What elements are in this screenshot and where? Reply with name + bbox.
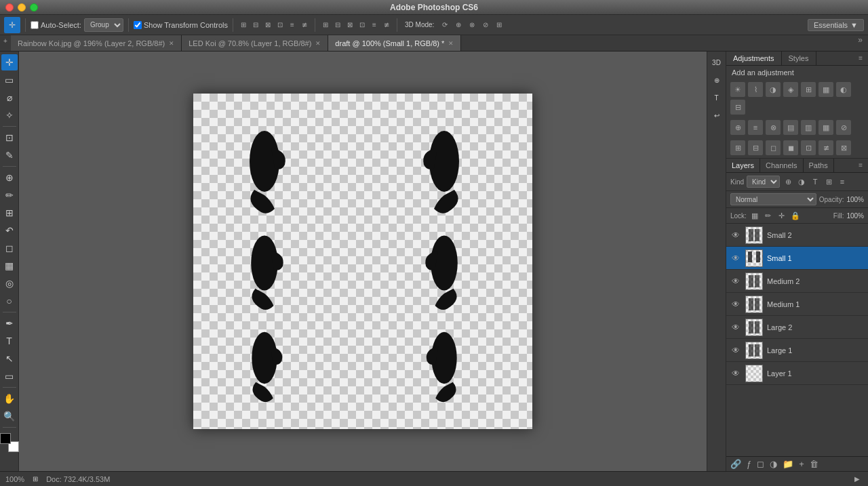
- dist-middle-icon[interactable]: ≡: [369, 20, 380, 31]
- layer-filter-icon4[interactable]: ⊞: [823, 176, 834, 187]
- 3d-tool-4[interactable]: ↩: [709, 107, 725, 123]
- dist-right-icon[interactable]: ⊠: [344, 20, 355, 31]
- brush-tool[interactable]: ✏: [1, 187, 18, 203]
- layers-tab[interactable]: Layers: [726, 159, 760, 172]
- tab-draft[interactable]: draft @ 100% (Small 1, RGB/8) * ✕: [328, 35, 461, 51]
- layer-visibility-icon[interactable]: 👁: [730, 345, 741, 356]
- tab-close-2[interactable]: ✕: [315, 40, 321, 47]
- posterize-adj-icon[interactable]: ▤: [783, 120, 798, 135]
- main-canvas[interactable]: [193, 94, 532, 429]
- path-select-tool[interactable]: ↖: [1, 350, 18, 367]
- shape-tool[interactable]: ▭: [1, 368, 18, 384]
- magic-wand-tool[interactable]: ✧: [1, 107, 18, 123]
- align-right-icon[interactable]: ⊠: [262, 20, 273, 31]
- history-brush-tool[interactable]: ↶: [1, 222, 18, 239]
- vibrance-adj-icon[interactable]: ◈: [783, 82, 798, 97]
- dist-left-icon[interactable]: ⊞: [320, 20, 331, 31]
- layer-filter-icon1[interactable]: ⊕: [783, 176, 793, 187]
- channels-tab[interactable]: Channels: [760, 159, 803, 172]
- adj-icon-extra1[interactable]: ◻: [766, 140, 781, 155]
- layer-adj-icon[interactable]: ◑: [770, 459, 777, 469]
- color-swatches[interactable]: [0, 433, 19, 452]
- lock-position-icon[interactable]: ✛: [776, 210, 787, 221]
- eraser-tool[interactable]: ◻: [1, 240, 18, 256]
- foreground-color-swatch[interactable]: [0, 433, 11, 444]
- essentials-dropdown[interactable]: Essentials ▼: [808, 19, 864, 31]
- tab-close-3[interactable]: ✕: [448, 40, 454, 47]
- zoom-fit-icon[interactable]: ⊞: [30, 474, 41, 485]
- 3d-slide-icon[interactable]: ⊞: [494, 20, 505, 31]
- adj-icon-extra4[interactable]: ≢: [818, 140, 833, 155]
- paths-tab[interactable]: Paths: [804, 159, 834, 172]
- layer-mask-icon[interactable]: ◻: [757, 459, 764, 469]
- photo-filter-adj-icon[interactable]: ⊟: [730, 100, 745, 115]
- tab-rainbow-koi[interactable]: Rainbow Koi.jpg @ 196% (Layer 2, RGB/8#)…: [11, 35, 182, 51]
- 3d-rotate-icon[interactable]: ⟳: [439, 20, 450, 31]
- gradient-map-adj-icon[interactable]: ▦: [818, 120, 833, 135]
- channel-mixer-adj-icon[interactable]: ⊕: [730, 120, 745, 135]
- tab-led-koi[interactable]: LED Koi @ 70.8% (Layer 1, RGB/8#) ✕: [182, 35, 328, 51]
- blur-tool[interactable]: ◎: [1, 275, 18, 291]
- show-transform-checkbox[interactable]: [134, 21, 142, 29]
- tab-add-icon[interactable]: +: [0, 35, 11, 46]
- layer-visibility-icon[interactable]: 👁: [730, 322, 741, 333]
- arrow-indicator[interactable]: ▶: [852, 474, 863, 485]
- pen-tool[interactable]: ✒: [1, 315, 18, 331]
- text-tool[interactable]: T: [1, 333, 18, 349]
- 3d-zoom-icon[interactable]: ⊗: [467, 20, 477, 31]
- gradient-tool[interactable]: ▦: [1, 258, 18, 274]
- crop-tool[interactable]: ⊡: [1, 129, 18, 146]
- levels-adj-icon[interactable]: ⊞: [730, 140, 745, 155]
- 3d-roll-icon[interactable]: ⊘: [480, 20, 491, 31]
- stamp-tool[interactable]: ⊞: [1, 205, 18, 221]
- hand-tool[interactable]: ✋: [1, 390, 18, 407]
- bw-adj-icon[interactable]: ◐: [836, 82, 851, 97]
- layer-item[interactable]: 👁Layer 1: [726, 362, 868, 385]
- threshold-adj-icon[interactable]: ▥: [801, 120, 816, 135]
- collapse-panels-button[interactable]: »: [852, 35, 868, 51]
- align-bottom-icon[interactable]: ≢: [299, 20, 310, 31]
- align-middle-icon[interactable]: ≡: [287, 20, 298, 31]
- layer-filter-icon3[interactable]: T: [810, 176, 821, 187]
- align-top-icon[interactable]: ⊡: [275, 20, 285, 31]
- selective-color-adj-icon[interactable]: ⊘: [836, 120, 851, 135]
- 3d-tool-2[interactable]: ⊕: [709, 72, 725, 88]
- dist-top-icon[interactable]: ⊡: [357, 20, 368, 31]
- 3d-tool-1[interactable]: 3D: [709, 54, 725, 70]
- auto-select-dropdown[interactable]: Group Layer: [84, 18, 123, 32]
- layer-visibility-icon[interactable]: 👁: [730, 368, 741, 379]
- align-left-icon[interactable]: ⊞: [238, 20, 249, 31]
- layer-effects-icon[interactable]: ƒ: [747, 459, 751, 469]
- lock-all-icon[interactable]: 🔒: [790, 210, 801, 221]
- minimize-button[interactable]: [18, 3, 26, 12]
- heal-tool[interactable]: ⊕: [1, 169, 18, 186]
- layers-panel-close[interactable]: ≡: [853, 159, 868, 172]
- layer-item[interactable]: 👁Medium 1: [726, 293, 868, 316]
- color-lookup-adj-icon[interactable]: ≡: [748, 120, 763, 135]
- maximize-button[interactable]: [30, 3, 38, 12]
- layer-filter-icon5[interactable]: ≡: [837, 176, 848, 187]
- layer-visibility-icon[interactable]: 👁: [730, 299, 741, 310]
- move-tool-icon[interactable]: ✛: [4, 17, 20, 33]
- adj-icon-extra2[interactable]: ◼: [783, 140, 798, 155]
- dist-bottom-icon[interactable]: ≢: [381, 20, 392, 31]
- layer-item[interactable]: 👁Medium 2: [726, 270, 868, 293]
- layer-item[interactable]: 👁Small 1: [726, 247, 868, 270]
- lock-transparent-icon[interactable]: ▦: [749, 210, 760, 221]
- shadow-highlight-adj-icon[interactable]: ⊟: [748, 140, 763, 155]
- adj-icon-extra3[interactable]: ⊡: [801, 140, 816, 155]
- layer-visibility-icon[interactable]: 👁: [730, 253, 741, 264]
- eyedropper-tool[interactable]: ✎: [1, 147, 18, 163]
- curves-adj-icon[interactable]: ⌇: [748, 82, 763, 97]
- brightness-adj-icon[interactable]: ☀: [730, 82, 745, 97]
- dodge-tool[interactable]: ○: [1, 293, 18, 309]
- layer-link-icon[interactable]: 🔗: [730, 459, 741, 469]
- align-center-icon[interactable]: ⊟: [250, 20, 261, 31]
- colorbalance-adj-icon[interactable]: ▦: [818, 82, 833, 97]
- lock-image-icon[interactable]: ✏: [763, 210, 774, 221]
- styles-tab[interactable]: Styles: [782, 52, 816, 65]
- selection-tool[interactable]: ▭: [1, 72, 18, 88]
- layer-filter-icon2[interactable]: ◑: [796, 176, 807, 187]
- adj-icon-extra5[interactable]: ⊠: [836, 140, 851, 155]
- adj-panel-close[interactable]: ≡: [853, 52, 868, 65]
